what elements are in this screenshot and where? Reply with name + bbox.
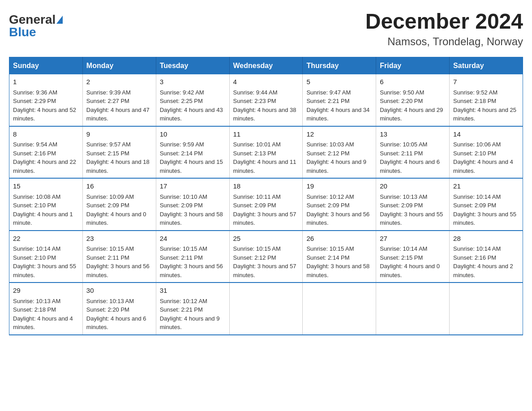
day-number: 31 xyxy=(160,286,226,296)
day-cell: 14 Sunrise: 10:06 AMSunset: 2:10 PMDayli… xyxy=(450,126,523,179)
day-info: Sunrise: 9:44 AMSunset: 2:23 PMDaylight:… xyxy=(233,88,299,123)
day-number: 18 xyxy=(233,181,299,192)
day-number: 11 xyxy=(233,129,299,140)
day-info: Sunrise: 9:59 AMSunset: 2:14 PMDaylight:… xyxy=(160,140,226,175)
day-info: Sunrise: 10:13 AMSunset: 2:20 PMDaylight… xyxy=(86,297,152,332)
header-sunday: Sunday xyxy=(9,57,83,75)
day-info: Sunrise: 10:05 AMSunset: 2:11 PMDaylight… xyxy=(380,140,446,175)
day-info: Sunrise: 9:39 AMSunset: 2:27 PMDaylight:… xyxy=(86,88,152,123)
day-cell: 29 Sunrise: 10:13 AMSunset: 2:18 PMDayli… xyxy=(9,283,83,335)
day-info: Sunrise: 10:01 AMSunset: 2:13 PMDaylight… xyxy=(233,140,299,175)
day-info: Sunrise: 10:15 AMSunset: 2:11 PMDaylight… xyxy=(160,244,226,279)
day-cell: 20 Sunrise: 10:13 AMSunset: 2:09 PMDayli… xyxy=(376,178,450,231)
day-info: Sunrise: 10:15 AMSunset: 2:14 PMDaylight… xyxy=(306,244,372,279)
calendar-header-row: SundayMondayTuesdayWednesdayThursdayFrid… xyxy=(9,57,523,75)
day-info: Sunrise: 10:12 AMSunset: 2:09 PMDaylight… xyxy=(306,193,372,227)
calendar-table: SundayMondayTuesdayWednesdayThursdayFrid… xyxy=(9,57,523,335)
day-number: 8 xyxy=(13,129,79,140)
header-thursday: Thursday xyxy=(303,57,376,75)
day-cell: 26 Sunrise: 10:15 AMSunset: 2:14 PMDayli… xyxy=(303,231,376,283)
day-cell: 18 Sunrise: 10:11 AMSunset: 2:09 PMDayli… xyxy=(229,178,303,231)
logo-triangle-icon xyxy=(56,16,63,24)
day-info: Sunrise: 10:11 AMSunset: 2:09 PMDaylight… xyxy=(233,193,299,227)
day-info: Sunrise: 10:03 AMSunset: 2:12 PMDaylight… xyxy=(306,140,372,175)
day-cell: 2 Sunrise: 9:39 AMSunset: 2:27 PMDayligh… xyxy=(82,74,156,126)
day-info: Sunrise: 10:06 AMSunset: 2:10 PMDaylight… xyxy=(453,140,519,175)
day-info: Sunrise: 10:13 AMSunset: 2:18 PMDaylight… xyxy=(13,297,79,332)
header-saturday: Saturday xyxy=(450,57,523,75)
day-cell: 4 Sunrise: 9:44 AMSunset: 2:23 PMDayligh… xyxy=(229,74,303,126)
day-number: 7 xyxy=(453,77,519,87)
day-info: Sunrise: 10:14 AMSunset: 2:09 PMDaylight… xyxy=(453,193,519,227)
day-number: 26 xyxy=(306,234,372,244)
logo-blue-text: Blue xyxy=(9,26,36,39)
day-cell: 6 Sunrise: 9:50 AMSunset: 2:20 PMDayligh… xyxy=(376,74,450,126)
day-cell: 22 Sunrise: 10:14 AMSunset: 2:10 PMDayli… xyxy=(9,231,83,283)
day-info: Sunrise: 10:14 AMSunset: 2:15 PMDaylight… xyxy=(380,244,446,279)
day-number: 22 xyxy=(13,234,79,244)
day-info: Sunrise: 10:10 AMSunset: 2:09 PMDaylight… xyxy=(160,193,226,227)
day-number: 15 xyxy=(13,181,79,192)
day-cell: 28 Sunrise: 10:14 AMSunset: 2:16 PMDayli… xyxy=(450,231,523,283)
day-cell: 5 Sunrise: 9:47 AMSunset: 2:21 PMDayligh… xyxy=(303,74,376,126)
day-cell: 16 Sunrise: 10:09 AMSunset: 2:09 PMDayli… xyxy=(82,178,156,231)
day-number: 3 xyxy=(160,77,226,87)
day-number: 14 xyxy=(453,129,519,140)
day-info: Sunrise: 10:15 AMSunset: 2:12 PMDaylight… xyxy=(233,244,299,279)
day-info: Sunrise: 10:08 AMSunset: 2:10 PMDaylight… xyxy=(13,193,79,227)
day-number: 12 xyxy=(306,129,372,140)
day-info: Sunrise: 10:09 AMSunset: 2:09 PMDaylight… xyxy=(86,193,152,227)
header-wednesday: Wednesday xyxy=(229,57,303,75)
day-cell: 1 Sunrise: 9:36 AMSunset: 2:29 PMDayligh… xyxy=(9,74,83,126)
day-cell xyxy=(376,283,450,335)
day-number: 27 xyxy=(380,234,446,244)
week-row-2: 8 Sunrise: 9:54 AMSunset: 2:16 PMDayligh… xyxy=(9,126,523,179)
day-info: Sunrise: 9:50 AMSunset: 2:20 PMDaylight:… xyxy=(380,88,446,123)
day-cell: 21 Sunrise: 10:14 AMSunset: 2:09 PMDayli… xyxy=(450,178,523,231)
header-friday: Friday xyxy=(376,57,450,75)
logo: General Blue xyxy=(9,13,63,39)
header: General Blue December 2024 Namsos, Trond… xyxy=(9,9,523,48)
day-info: Sunrise: 9:42 AMSunset: 2:25 PMDaylight:… xyxy=(160,88,226,123)
day-cell: 11 Sunrise: 10:01 AMSunset: 2:13 PMDayli… xyxy=(229,126,303,179)
subtitle: Namsos, Trondelag, Norway xyxy=(365,35,523,48)
day-number: 21 xyxy=(453,181,519,192)
day-cell xyxy=(303,283,376,335)
day-number: 1 xyxy=(13,77,79,87)
day-number: 16 xyxy=(86,181,152,192)
day-cell: 9 Sunrise: 9:57 AMSunset: 2:15 PMDayligh… xyxy=(82,126,156,179)
day-cell: 27 Sunrise: 10:14 AMSunset: 2:15 PMDayli… xyxy=(376,231,450,283)
day-info: Sunrise: 9:57 AMSunset: 2:15 PMDaylight:… xyxy=(86,140,152,175)
week-row-3: 15 Sunrise: 10:08 AMSunset: 2:10 PMDayli… xyxy=(9,178,523,231)
logo-general-text: General xyxy=(9,13,56,26)
day-info: Sunrise: 9:47 AMSunset: 2:21 PMDaylight:… xyxy=(306,88,372,123)
day-cell: 15 Sunrise: 10:08 AMSunset: 2:10 PMDayli… xyxy=(9,178,83,231)
day-cell: 24 Sunrise: 10:15 AMSunset: 2:11 PMDayli… xyxy=(156,231,229,283)
day-cell: 7 Sunrise: 9:52 AMSunset: 2:18 PMDayligh… xyxy=(450,74,523,126)
day-cell: 31 Sunrise: 10:12 AMSunset: 2:21 PMDayli… xyxy=(156,283,229,335)
day-info: Sunrise: 9:36 AMSunset: 2:29 PMDaylight:… xyxy=(13,88,79,123)
day-cell: 19 Sunrise: 10:12 AMSunset: 2:09 PMDayli… xyxy=(303,178,376,231)
day-cell: 12 Sunrise: 10:03 AMSunset: 2:12 PMDayli… xyxy=(303,126,376,179)
week-row-4: 22 Sunrise: 10:14 AMSunset: 2:10 PMDayli… xyxy=(9,231,523,283)
day-number: 13 xyxy=(380,129,446,140)
day-number: 25 xyxy=(233,234,299,244)
day-info: Sunrise: 9:52 AMSunset: 2:18 PMDaylight:… xyxy=(453,88,519,123)
day-number: 20 xyxy=(380,181,446,192)
day-number: 23 xyxy=(86,234,152,244)
day-cell: 13 Sunrise: 10:05 AMSunset: 2:11 PMDayli… xyxy=(376,126,450,179)
day-number: 6 xyxy=(380,77,446,87)
day-number: 19 xyxy=(306,181,372,192)
day-number: 28 xyxy=(453,234,519,244)
day-cell: 25 Sunrise: 10:15 AMSunset: 2:12 PMDayli… xyxy=(229,231,303,283)
title-area: December 2024 Namsos, Trondelag, Norway xyxy=(365,9,523,48)
day-number: 30 xyxy=(86,286,152,296)
day-cell: 8 Sunrise: 9:54 AMSunset: 2:16 PMDayligh… xyxy=(9,126,83,179)
day-number: 10 xyxy=(160,129,226,140)
day-number: 29 xyxy=(13,286,79,296)
day-info: Sunrise: 10:14 AMSunset: 2:16 PMDaylight… xyxy=(453,244,519,279)
week-row-1: 1 Sunrise: 9:36 AMSunset: 2:29 PMDayligh… xyxy=(9,74,523,126)
day-cell: 10 Sunrise: 9:59 AMSunset: 2:14 PMDaylig… xyxy=(156,126,229,179)
day-number: 24 xyxy=(160,234,226,244)
day-info: Sunrise: 10:15 AMSunset: 2:11 PMDaylight… xyxy=(86,244,152,279)
